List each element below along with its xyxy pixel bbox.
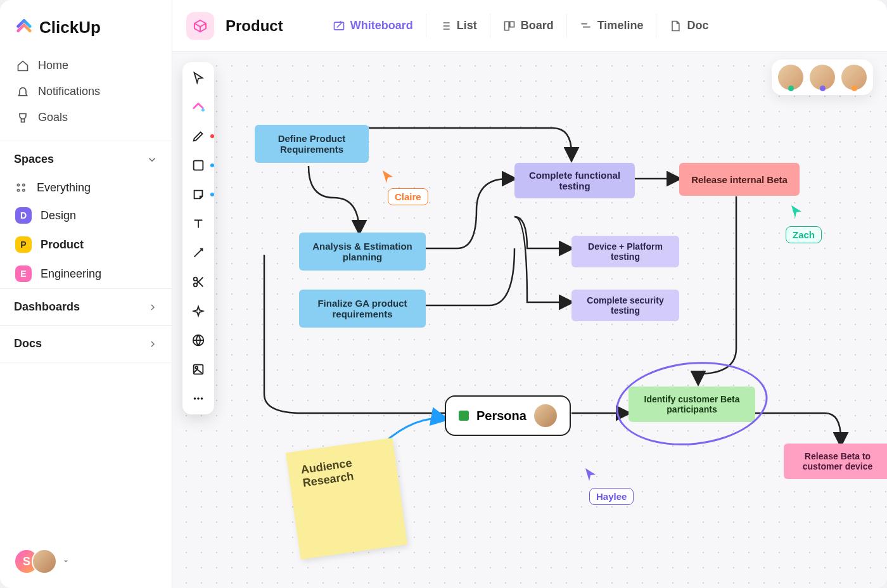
sticky-note[interactable]: Audience Research [286, 438, 407, 559]
topbar: Product Whiteboard List Board Timeline [172, 0, 887, 52]
tab-whiteboard[interactable]: Whiteboard [320, 14, 426, 37]
tool-select[interactable] [189, 68, 208, 87]
persona-label: Persona [476, 409, 526, 423]
tool-pen[interactable] [189, 127, 208, 146]
svg-rect-5 [504, 22, 509, 30]
cursor-haylee-icon [584, 467, 597, 482]
connector-icon [191, 246, 205, 260]
brand-text: ClickUp [39, 18, 101, 37]
status-square-icon [459, 411, 469, 421]
tab-list-label: List [457, 19, 477, 32]
sidebar-item-design[interactable]: D Design [0, 201, 172, 230]
pen-icon [191, 129, 205, 143]
spaces-section: Spaces Everything D Design P Product E E… [0, 141, 172, 289]
svg-rect-7 [194, 161, 203, 170]
svg-point-14 [197, 397, 200, 400]
product-badge: P [15, 236, 32, 253]
sidebar-docs[interactable]: Docs [0, 326, 172, 362]
tab-timeline[interactable]: Timeline [566, 14, 656, 37]
tool-sticky[interactable] [189, 185, 208, 204]
svg-point-2 [17, 189, 19, 191]
clickup-logo-icon [15, 19, 33, 37]
card-analysis[interactable]: Analysis & Estimation planning [299, 233, 426, 271]
square-icon [191, 158, 205, 172]
chevron-right-icon [148, 339, 158, 349]
sidebar-item-engineering[interactable]: E Engineering [0, 259, 172, 288]
main-area: Product Whiteboard List Board Timeline [172, 0, 887, 588]
tab-list[interactable]: List [426, 14, 490, 37]
clickup-add-icon [191, 100, 205, 114]
primary-nav: Home Notifications Goals [0, 51, 172, 132]
tool-clickup[interactable] [189, 98, 208, 117]
whiteboard-canvas[interactable]: Define Product Requirements Analysis & E… [172, 52, 887, 588]
box-icon [193, 18, 208, 34]
view-tabs: Whiteboard List Board Timeline Doc [320, 14, 722, 37]
spaces-header[interactable]: Spaces [0, 141, 172, 175]
page-icon [186, 12, 214, 40]
tab-timeline-label: Timeline [597, 19, 644, 32]
nav-goals[interactable]: Goals [5, 105, 167, 131]
presence-avatars[interactable] [772, 60, 873, 95]
nav-goals-label: Goals [38, 111, 68, 124]
svg-point-1 [23, 184, 25, 186]
sidebar-dashboards[interactable]: Dashboards [0, 289, 172, 326]
user-switcher[interactable]: S [14, 549, 70, 574]
nav-home[interactable]: Home [5, 53, 167, 79]
globe-icon [191, 333, 205, 347]
engineering-label: Engineering [41, 267, 101, 281]
grid-dots-icon [15, 182, 28, 195]
card-define[interactable]: Define Product Requirements [255, 125, 369, 163]
sparkle-icon [191, 304, 205, 318]
timeline-icon [580, 20, 592, 32]
spaces-title: Spaces [14, 153, 54, 166]
card-release-internal[interactable]: Release internal Beta [679, 163, 800, 196]
tool-text[interactable] [189, 214, 208, 233]
nav-notifications-label: Notifications [38, 85, 100, 98]
tool-ai[interactable] [189, 302, 208, 321]
dashboards-label: Dashboards [14, 300, 80, 314]
tool-more[interactable] [189, 389, 208, 408]
brand-logo[interactable]: ClickUp [0, 0, 172, 51]
nav-notifications[interactable]: Notifications [5, 79, 167, 105]
sidebar-item-everything[interactable]: Everything [0, 175, 172, 201]
presence-avatar [810, 65, 835, 90]
sticky-icon [191, 188, 205, 201]
tool-scissors[interactable] [189, 272, 208, 291]
chevron-down-icon [146, 154, 158, 165]
card-release-customer[interactable]: Release Beta to customer device [784, 444, 887, 479]
tool-connector[interactable] [189, 243, 208, 262]
svg-point-3 [23, 189, 25, 191]
home-icon [16, 60, 29, 72]
sidebar-item-product[interactable]: P Product [0, 230, 172, 259]
board-icon [503, 20, 516, 32]
cursor-label-haylee: Haylee [589, 488, 634, 505]
card-finalize[interactable]: Finalize GA product requirements [299, 290, 426, 328]
list-icon [439, 20, 452, 32]
card-security[interactable]: Complete security testing [571, 290, 679, 321]
tool-image[interactable] [189, 360, 208, 379]
more-icon [191, 392, 205, 406]
tool-web[interactable] [189, 331, 208, 350]
sidebar: ClickUp Home Notifications Goals Spaces [0, 0, 172, 588]
cursor-label-zach: Zach [786, 226, 822, 243]
text-icon [191, 217, 205, 231]
whiteboard-icon [333, 20, 345, 32]
card-functional[interactable]: Complete functional testing [514, 163, 635, 198]
persona-card[interactable]: Persona [445, 395, 571, 436]
svg-rect-6 [510, 22, 514, 27]
nav-home-label: Home [38, 59, 68, 72]
card-device[interactable]: Device + Platform testing [571, 236, 679, 267]
caret-down-icon [62, 558, 70, 565]
docs-label: Docs [14, 337, 42, 350]
tool-shape[interactable] [189, 156, 208, 175]
tab-board[interactable]: Board [490, 14, 566, 37]
svg-point-13 [194, 397, 196, 400]
tab-doc[interactable]: Doc [656, 14, 721, 37]
sticky-text: Audience Research [300, 456, 355, 489]
scissors-icon [191, 275, 205, 289]
tab-board-label: Board [521, 19, 554, 32]
trophy-icon [16, 112, 29, 124]
presence-avatar [778, 65, 803, 90]
tab-doc-label: Doc [687, 19, 708, 32]
tab-whiteboard-label: Whiteboard [350, 19, 413, 32]
